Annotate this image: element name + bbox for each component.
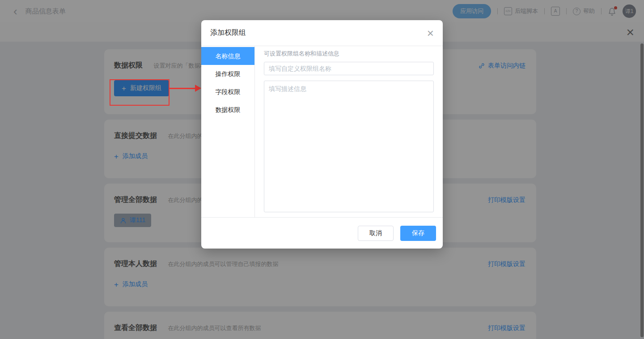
group-desc-textarea[interactable] [264, 81, 434, 212]
modal-hint-text: 可设置权限组名称和描述信息 [264, 50, 434, 58]
modal-header: 添加权限组 × [201, 20, 443, 46]
cancel-button[interactable]: 取消 [358, 226, 394, 241]
modal-tab-list: 名称信息 操作权限 字段权限 数据权限 [201, 46, 255, 217]
group-name-input[interactable] [264, 62, 434, 75]
annotation-highlight-box [110, 79, 169, 106]
annotation-arrow-shaft [169, 88, 195, 89]
tab-data-permission[interactable]: 数据权限 [201, 101, 254, 119]
tab-field-permission[interactable]: 字段权限 [201, 83, 254, 101]
modal-close-icon[interactable]: × [427, 27, 434, 39]
add-permission-group-modal: 添加权限组 × 名称信息 操作权限 字段权限 数据权限 可设置权限组名称和描述信… [201, 20, 443, 249]
save-button[interactable]: 保存 [400, 226, 436, 241]
modal-footer: 取消 保存 [201, 217, 443, 249]
annotation-arrow-head [195, 85, 201, 92]
modal-title: 添加权限组 [210, 28, 246, 38]
tab-operation-permission[interactable]: 操作权限 [201, 65, 254, 83]
modal-body: 可设置权限组名称和描述信息 [264, 50, 434, 214]
app-root: ‹ 商品信息表单 应用访问 </> 后端脚本 A ? 帮助 谭1 [0, 0, 644, 339]
tab-name-info[interactable]: 名称信息 [201, 47, 254, 65]
